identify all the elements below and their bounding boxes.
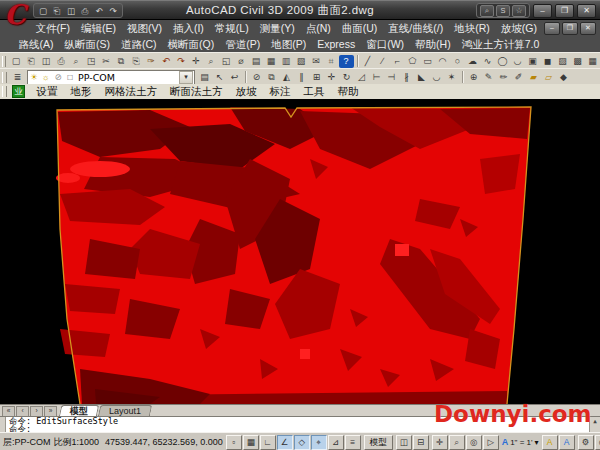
- hatch-icon[interactable]: ▨: [555, 55, 570, 68]
- erase-icon[interactable]: ⊘: [249, 71, 264, 84]
- chevron-down-icon[interactable]: ▾: [179, 71, 193, 84]
- plugin-menu-item[interactable]: 标注: [263, 84, 297, 99]
- markup-set-manager-icon[interactable]: ✉: [309, 55, 324, 68]
- extend-icon[interactable]: ⊣: [384, 71, 399, 84]
- otrack-toggle-icon[interactable]: ⌖: [311, 435, 327, 450]
- annotation-scale-control[interactable]: A 1" = 1' ▾: [502, 437, 539, 447]
- menu-item[interactable]: 视图(V): [121, 20, 167, 36]
- save-icon[interactable]: ◫: [39, 55, 54, 68]
- arc-icon[interactable]: ◠: [435, 55, 450, 68]
- plugin-menu-item[interactable]: 设置: [30, 84, 64, 99]
- annotation-autoscale-icon[interactable]: A: [559, 435, 575, 450]
- sheetset-manager-icon[interactable]: ▧: [294, 55, 309, 68]
- print-icon[interactable]: ⎙: [54, 55, 69, 68]
- zoom-window-icon[interactable]: ◱: [219, 55, 234, 68]
- menu-item[interactable]: 点(N): [300, 20, 336, 36]
- undo-icon[interactable]: ↶: [159, 55, 174, 68]
- qnew-icon[interactable]: ▢: [9, 55, 24, 68]
- chamfer-icon[interactable]: ◣: [414, 71, 429, 84]
- polyline-icon[interactable]: ⌐: [390, 55, 405, 68]
- menu-item[interactable]: 放坡(G): [495, 20, 542, 36]
- coordinates-readout[interactable]: 47539.447, 65232.569, 0.000: [105, 437, 223, 447]
- toolbar-grip[interactable]: [2, 86, 7, 97]
- redo-icon[interactable]: ↷: [174, 55, 189, 68]
- steering-wheel-icon[interactable]: ◎: [466, 435, 482, 450]
- ortho-toggle-icon[interactable]: ∟: [260, 435, 276, 450]
- model-space-button[interactable]: 模型: [364, 435, 393, 450]
- grid-toggle-icon[interactable]: ▦: [243, 435, 259, 450]
- menu-item[interactable]: 鸿业土方计算7.0: [456, 36, 545, 52]
- toolbar-grip[interactable]: [2, 72, 7, 83]
- plugin-menu-item[interactable]: 断面法土方: [164, 84, 230, 99]
- layer-on-icon[interactable]: ☀: [28, 71, 40, 84]
- menu-item[interactable]: 帮助(H): [410, 36, 457, 52]
- table-tool-icon[interactable]: ▱: [541, 71, 556, 84]
- qnew-icon[interactable]: ▢: [37, 5, 49, 17]
- polygon-icon[interactable]: ⬠: [405, 55, 420, 68]
- polar-toggle-icon[interactable]: ∠: [277, 435, 293, 450]
- plugin-menu-item[interactable]: 放坡: [229, 84, 263, 99]
- next-tab-icon[interactable]: ›: [30, 406, 43, 417]
- restore-button[interactable]: ❐: [555, 4, 574, 18]
- offset-icon[interactable]: ∥: [294, 71, 309, 84]
- plugin-menu-item[interactable]: 网格法土方: [98, 84, 164, 99]
- spline-icon[interactable]: ∿: [480, 55, 495, 68]
- rectangle-icon[interactable]: ▭: [420, 55, 435, 68]
- undo-icon[interactable]: ↶: [93, 5, 105, 17]
- layer-freeze-icon[interactable]: ☼: [40, 71, 52, 84]
- edit-text-icon[interactable]: ✏: [496, 71, 511, 84]
- table-icon[interactable]: ▦: [585, 55, 600, 68]
- tool-palettes-icon[interactable]: ▥: [279, 55, 294, 68]
- dim-tool-icon[interactable]: ▰: [526, 71, 541, 84]
- scale-icon[interactable]: ◿: [354, 71, 369, 84]
- menu-item[interactable]: 管道(P): [220, 36, 266, 52]
- annotate-icon[interactable]: ✐: [511, 71, 526, 84]
- insert-block-icon[interactable]: ▣: [525, 55, 540, 68]
- menu-item[interactable]: 曲面(U): [336, 20, 383, 36]
- circle-icon[interactable]: ○: [450, 55, 465, 68]
- ellipse-arc-icon[interactable]: ◡: [510, 55, 525, 68]
- plugin-menu-item[interactable]: 帮助: [331, 84, 365, 99]
- layer-states-manager-icon[interactable]: ▤: [197, 71, 212, 84]
- make-block-icon[interactable]: ◼: [540, 55, 555, 68]
- layer-dropdown[interactable]: ☀☼⊘□ PP-COM ▾: [27, 70, 195, 85]
- open-icon[interactable]: ⎗: [24, 55, 39, 68]
- ducs-toggle-icon[interactable]: ⊿: [328, 435, 344, 450]
- explode-icon[interactable]: ✶: [444, 71, 459, 84]
- cut-icon[interactable]: ✂: [99, 55, 114, 68]
- first-tab-icon[interactable]: «: [2, 406, 15, 417]
- menu-item[interactable]: 插入(I): [167, 20, 209, 36]
- menu-item[interactable]: 编辑(E): [75, 20, 121, 36]
- menu-item[interactable]: 测量(Y): [254, 20, 300, 36]
- dyn-toggle-icon[interactable]: ≡: [345, 435, 361, 450]
- doc-minimize-button[interactable]: –: [544, 22, 560, 35]
- menu-item[interactable]: 地图(P): [266, 36, 312, 52]
- search-icon[interactable]: ⌕: [480, 5, 494, 17]
- plot-preview-icon[interactable]: ⌕: [69, 55, 84, 68]
- copy-icon[interactable]: ⧉: [264, 71, 279, 84]
- menu-item[interactable]: 纵断面(S): [59, 36, 116, 52]
- subscription-center-icon[interactable]: S: [496, 5, 510, 17]
- snap-toggle-icon[interactable]: ▫: [226, 435, 242, 450]
- toolbar-grip[interactable]: [2, 56, 6, 67]
- open-icon[interactable]: ⎗: [51, 5, 63, 17]
- paste-icon[interactable]: ⎘: [129, 55, 144, 68]
- menu-item[interactable]: Express: [312, 36, 361, 52]
- layer-properties-icon[interactable]: ≣: [10, 71, 25, 84]
- favorites-icon[interactable]: ☆: [512, 5, 526, 17]
- minimize-button[interactable]: –: [533, 4, 552, 18]
- match-properties-icon[interactable]: ✑: [144, 55, 159, 68]
- text-icon[interactable]: ✎: [481, 71, 496, 84]
- quick-view-drawings-icon[interactable]: ⊟: [413, 435, 429, 450]
- menu-item[interactable]: 常规(L): [209, 20, 254, 36]
- zoom-icon[interactable]: ⌕: [449, 435, 465, 450]
- menu-item[interactable]: 窗口(W): [361, 36, 410, 52]
- designcenter-icon[interactable]: ▦: [264, 55, 279, 68]
- menu-item[interactable]: 横断面(Q): [162, 36, 220, 52]
- array-icon[interactable]: ⊞: [309, 71, 324, 84]
- quick-view-layouts-icon[interactable]: ◫: [396, 435, 412, 450]
- pan-icon[interactable]: ✛: [432, 435, 448, 450]
- mirror-icon[interactable]: ◭: [279, 71, 294, 84]
- ellipse-icon[interactable]: ◯: [495, 55, 510, 68]
- quickcalc-icon[interactable]: ⌗: [324, 55, 339, 68]
